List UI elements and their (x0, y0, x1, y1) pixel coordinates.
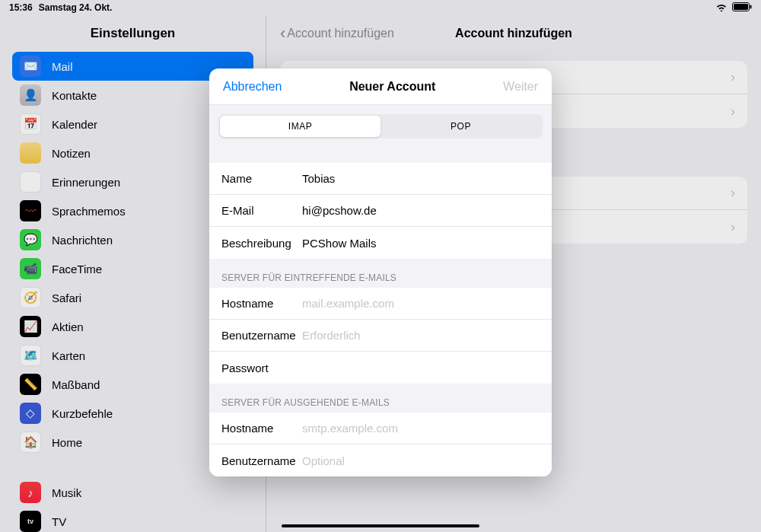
outgoing-user-input[interactable] (302, 454, 540, 467)
incoming-pass-input[interactable] (302, 362, 540, 374)
next-button[interactable]: Weiter (503, 80, 538, 94)
name-label: Name (221, 172, 302, 185)
email-input[interactable] (302, 204, 540, 217)
incoming-user-input[interactable] (302, 329, 540, 342)
email-label: E-Mail (221, 204, 302, 217)
cancel-button[interactable]: Abbrechen (223, 80, 282, 94)
outgoing-user-label: Benutzername (221, 454, 302, 467)
sheet-title: Neuer Account (349, 80, 435, 94)
outgoing-host-label: Hostname (221, 422, 302, 435)
incoming-pass-label: Passwort (221, 362, 302, 374)
segment-imap[interactable]: IMAP (220, 116, 380, 137)
incoming-user-label: Benutzername (221, 329, 302, 342)
name-input[interactable] (302, 172, 540, 185)
outgoing-section-header: SERVER FÜR AUSGEHENDE E-MAILS (209, 384, 552, 413)
segment-pop[interactable]: POP (380, 116, 541, 137)
new-account-sheet: Abbrechen Neuer Account Weiter IMAP POP … (209, 68, 552, 476)
incoming-section-header: SERVER FÜR EINTREFFENDE E-MAILS (209, 259, 552, 288)
protocol-segmented-control[interactable]: IMAP POP (218, 114, 543, 139)
incoming-host-label: Hostname (221, 297, 302, 310)
home-indicator[interactable] (282, 524, 479, 527)
modal-overlay: Abbrechen Neuer Account Weiter IMAP POP … (0, 0, 761, 532)
outgoing-host-input[interactable] (302, 422, 540, 435)
incoming-host-input[interactable] (302, 297, 540, 310)
description-label: Beschreibung (221, 237, 302, 250)
description-input[interactable] (302, 237, 540, 250)
